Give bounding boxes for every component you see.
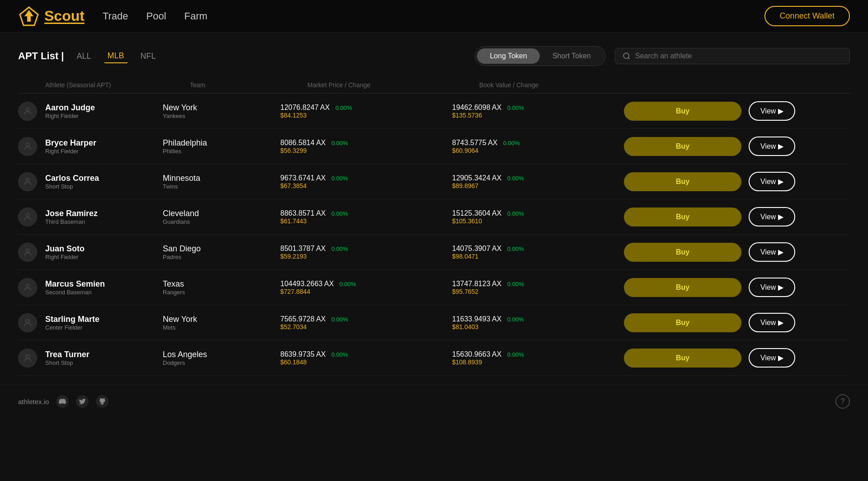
view-button[interactable]: View ▶	[749, 348, 795, 368]
team-info: Texas Rangers	[163, 279, 280, 296]
table-rows: Aaron Judge Right Fielder New York Yanke…	[18, 94, 850, 376]
twitter-icon[interactable]	[76, 395, 89, 408]
athlete-info: Bryce Harper Right Fielder	[45, 138, 163, 155]
athlete-position: Short Stop	[45, 183, 163, 190]
view-button[interactable]: View ▶	[749, 313, 795, 332]
help-button[interactable]: ?	[835, 394, 850, 409]
book-value-usd: $89.8967	[452, 182, 624, 189]
svg-point-5	[26, 178, 29, 181]
book-change: 0.00%	[503, 140, 520, 146]
logo-text: Scout	[44, 8, 85, 24]
book-value-info: 19462.6098 AX 0.00% $135.5736	[452, 104, 624, 119]
team-city: New York	[163, 315, 280, 324]
book-value-ax: 8743.5775 AX 0.00%	[452, 139, 624, 147]
view-button[interactable]: View ▶	[749, 172, 795, 191]
connect-wallet-button[interactable]: Connect Wallet	[764, 6, 850, 26]
book-value-ax: 11633.9493 AX 0.00%	[452, 315, 624, 323]
filter-mlb[interactable]: MLB	[104, 49, 128, 63]
buy-button[interactable]: Buy	[624, 278, 741, 297]
market-price-ax: 8501.3787 AX 0.00%	[280, 245, 452, 253]
book-change: 0.00%	[507, 245, 524, 252]
team-info: Philadelphia Phillies	[163, 138, 280, 155]
athlete-position: Right Fielder	[45, 113, 163, 119]
apt-list-title: APT List |	[18, 50, 64, 62]
athlete-info: Carlos Correa Short Stop	[45, 174, 163, 190]
filter-nfl[interactable]: NFL	[137, 50, 160, 63]
search-icon	[623, 52, 631, 60]
athlete-name: Marcus Semien	[45, 279, 163, 289]
nav-farm[interactable]: Farm	[184, 10, 208, 22]
market-change: 0.00%	[331, 245, 348, 252]
team-info: Minnesota Twins	[163, 174, 280, 190]
book-value-info: 15630.9663 AX 0.00% $108.8939	[452, 350, 624, 366]
buy-button[interactable]: Buy	[624, 172, 741, 191]
action-column: Buy View ▶	[624, 101, 804, 121]
team-info: Los Angeles Dodgers	[163, 350, 280, 366]
search-bar	[615, 48, 850, 64]
athlete-info: Aaron Judge Right Fielder	[45, 103, 163, 119]
short-token-button[interactable]: Short Token	[540, 48, 604, 64]
view-button[interactable]: View ▶	[749, 137, 795, 156]
market-price-info: 8639.9735 AX 0.00% $60.1848	[280, 350, 452, 366]
filter-all[interactable]: ALL	[73, 50, 95, 63]
team-city: Texas	[163, 279, 280, 289]
buy-button[interactable]: Buy	[624, 102, 741, 121]
athlete-avatar	[18, 313, 37, 332]
market-change: 0.00%	[340, 281, 356, 288]
athlete-position: Third Baseman	[45, 218, 163, 225]
athlete-info: Juan Soto Right Fielder	[45, 244, 163, 260]
table-row: Jose Ramirez Third Baseman Cleveland Gua…	[18, 199, 850, 235]
buy-button[interactable]: Buy	[624, 207, 741, 226]
team-city: Minnesota	[163, 174, 280, 183]
athlete-avatar	[18, 172, 37, 191]
view-button[interactable]: View ▶	[749, 207, 795, 226]
svg-point-6	[26, 213, 29, 217]
athlete-name: Starling Marte	[45, 315, 163, 324]
book-value-ax: 15630.9663 AX 0.00%	[452, 350, 624, 358]
view-button[interactable]: View ▶	[749, 278, 795, 297]
market-price-usd: $52.7034	[280, 323, 452, 330]
book-value-ax: 13747.8123 AX 0.00%	[452, 280, 624, 288]
athlete-position: Right Fielder	[45, 254, 163, 260]
action-column: Buy View ▶	[624, 242, 804, 262]
token-toggle: Long Token Short Token	[475, 46, 606, 66]
long-token-button[interactable]: Long Token	[477, 48, 539, 64]
logo-icon	[18, 5, 40, 27]
book-value-usd: $108.8939	[452, 358, 624, 366]
buy-button[interactable]: Buy	[624, 313, 741, 332]
team-name: Dodgers	[163, 359, 280, 366]
athlete-position: Second Baseman	[45, 289, 163, 296]
action-column: Buy View ▶	[624, 278, 804, 297]
buy-button[interactable]: Buy	[624, 243, 741, 262]
book-value-info: 11633.9493 AX 0.00% $81.0403	[452, 315, 624, 330]
github-icon[interactable]	[96, 395, 108, 408]
book-value-usd: $105.3610	[452, 217, 624, 225]
market-price-usd: $59.2193	[280, 253, 452, 260]
buy-button[interactable]: Buy	[624, 349, 741, 368]
action-column: Buy View ▶	[624, 207, 804, 226]
buy-button[interactable]: Buy	[624, 137, 741, 156]
market-price-ax: 12076.8247 AX 0.00%	[280, 104, 452, 112]
team-city: Los Angeles	[163, 350, 280, 359]
athlete-avatar	[18, 102, 37, 121]
nav-pool[interactable]: Pool	[146, 10, 166, 22]
athlete-position: Right Fielder	[45, 148, 163, 155]
logo: Scout	[18, 5, 85, 27]
view-button[interactable]: View ▶	[749, 242, 795, 262]
svg-point-9	[26, 319, 29, 322]
svg-point-4	[26, 143, 29, 146]
market-change: 0.00%	[335, 104, 352, 111]
search-input[interactable]	[635, 52, 842, 60]
athlete-name: Bryce Harper	[45, 138, 163, 148]
team-info: New York Mets	[163, 315, 280, 331]
nav-trade[interactable]: Trade	[103, 10, 128, 22]
market-price-info: 7565.9728 AX 0.00% $52.7034	[280, 315, 452, 330]
athlete-info: Starling Marte Center Fielder	[45, 315, 163, 331]
market-change: 0.00%	[331, 140, 348, 146]
svg-point-8	[26, 284, 29, 287]
athlete-position: Center Fielder	[45, 324, 163, 331]
view-button[interactable]: View ▶	[749, 101, 795, 121]
svg-point-10	[26, 354, 29, 358]
team-name: Padres	[163, 254, 280, 260]
discord-icon[interactable]	[56, 395, 69, 408]
